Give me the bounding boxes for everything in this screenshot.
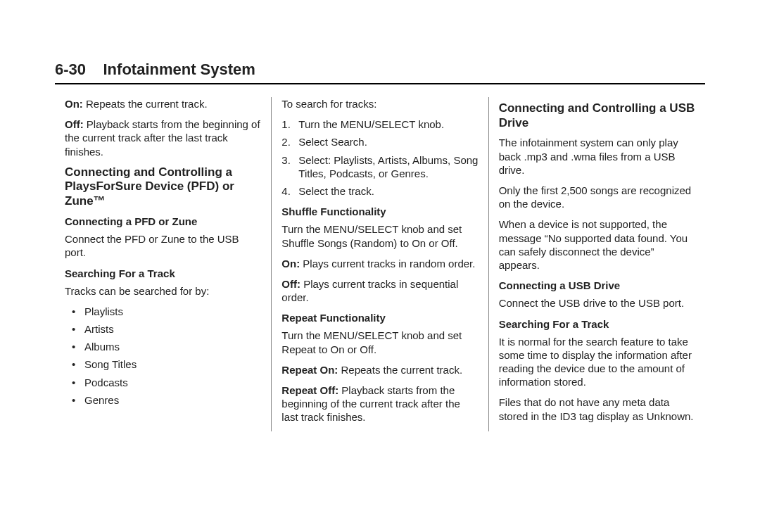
list-item: 1.Turn the MENU/SELECT knob. — [281, 118, 478, 131]
text: Plays current tracks in sequential order… — [281, 278, 458, 303]
step-number: 4. — [281, 184, 291, 198]
heading-usb-drive: Connecting and Controlling a USB Drive — [499, 101, 695, 130]
subheading-repeat: Repeat Functionality — [281, 311, 478, 324]
columns: On: Repeats the current track. Off: Play… — [55, 97, 705, 431]
paragraph: On: Plays current tracks in random order… — [281, 257, 478, 270]
paragraph: Turn the MENU/SELECT knob and set Shuffl… — [281, 222, 478, 249]
label-repeat-on: Repeat On: — [281, 364, 338, 376]
subheading-shuffle: Shuffle Functionality — [281, 205, 478, 218]
text: Repeats the current track. — [338, 364, 462, 376]
page-header: 6-30 Infotainment System — [55, 61, 705, 84]
text: Playback starts from the beginning of th… — [65, 118, 260, 157]
paragraph: Turn the MENU/SELECT knob and set Repeat… — [281, 329, 478, 355]
label-off: Off: — [65, 118, 84, 130]
list-item: 4.Select the track. — [281, 184, 478, 198]
subheading-connecting-pfd: Connecting a PFD or Zune — [65, 215, 261, 228]
text: Turn the MENU/SELECT knob. — [298, 118, 444, 130]
paragraph: To search for tracks: — [281, 97, 478, 110]
text: Select the track. — [298, 185, 374, 197]
paragraph: Tracks can be searched for by: — [65, 284, 261, 298]
paragraph: The infotainment system can only play ba… — [499, 136, 695, 177]
paragraph: Repeat Off: Playback starts from the beg… — [281, 384, 478, 424]
list-item: Podcasts — [65, 376, 261, 389]
list-item: Genres — [65, 393, 261, 407]
text: Select: Playlists, Artists, Albums, Song… — [298, 154, 478, 179]
step-number: 1. — [281, 118, 291, 131]
section-title: Infotainment System — [103, 61, 255, 79]
paragraph: On: Repeats the current track. — [65, 97, 261, 110]
list-item: Song Titles — [65, 357, 261, 371]
text: Repeats the current track. — [83, 98, 208, 110]
paragraph: Only the first 2,500 songs are recognize… — [499, 184, 695, 210]
text: Select Search. — [298, 136, 367, 148]
label-on: On: — [65, 98, 83, 110]
page-number: 6-30 — [55, 61, 86, 79]
label-repeat-off: Repeat Off: — [281, 384, 338, 396]
column-3: Connecting and Controlling a USB Drive T… — [488, 97, 705, 431]
search-steps-list: 1.Turn the MENU/SELECT knob. 2.Select Se… — [281, 118, 478, 198]
paragraph: Connect the PFD or Zune to the USB port. — [65, 232, 261, 259]
manual-page: 6-30 Infotainment System On: Repeats the… — [0, 0, 760, 474]
paragraph: It is normal for the search feature to t… — [499, 335, 695, 389]
paragraph: Connect the USB drive to the USB port. — [499, 296, 695, 310]
list-item: 2.Select Search. — [281, 135, 478, 148]
column-2: To search for tracks: 1.Turn the MENU/SE… — [271, 97, 488, 431]
subheading-searching-track-usb: Searching For a Track — [499, 317, 695, 331]
heading-pfd-zune: Connecting and Controlling a PlaysForSur… — [65, 165, 261, 209]
paragraph: Off: Plays current tracks in sequential … — [281, 277, 478, 304]
label-off: Off: — [281, 278, 300, 290]
list-item: Playlists — [65, 305, 261, 318]
paragraph: Off: Playback starts from the beginning … — [65, 118, 261, 158]
column-1: On: Repeats the current track. Off: Play… — [55, 97, 271, 431]
subheading-searching-track: Searching For a Track — [65, 267, 261, 280]
step-number: 2. — [281, 135, 291, 148]
paragraph: Files that do not have any meta data sto… — [499, 395, 695, 422]
paragraph: Repeat On: Repeats the current track. — [281, 363, 478, 376]
label-on: On: — [281, 258, 300, 270]
list-item: Albums — [65, 340, 261, 353]
text: Plays current tracks in random order. — [300, 258, 475, 270]
list-item: Artists — [65, 322, 261, 336]
subheading-connecting-usb: Connecting a USB Drive — [499, 279, 695, 292]
paragraph: When a device is not supported, the mess… — [499, 217, 695, 272]
step-number: 3. — [281, 153, 291, 167]
list-item: 3.Select: Playlists, Artists, Albums, So… — [281, 153, 478, 180]
search-categories-list: Playlists Artists Albums Song Titles Pod… — [65, 305, 261, 407]
